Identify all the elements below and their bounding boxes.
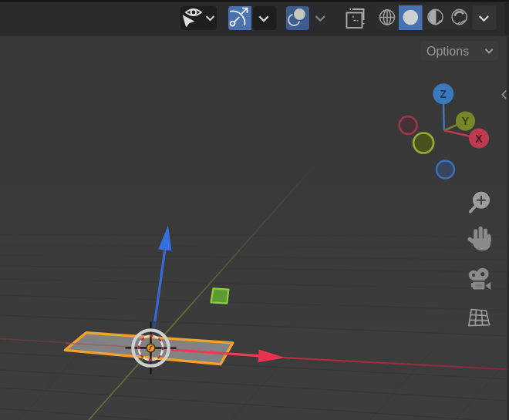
svg-text:X: X (475, 133, 483, 145)
svg-text:Options: Options (426, 45, 469, 58)
svg-text:Y: Y (462, 115, 470, 127)
svg-text:Z: Z (440, 88, 447, 100)
